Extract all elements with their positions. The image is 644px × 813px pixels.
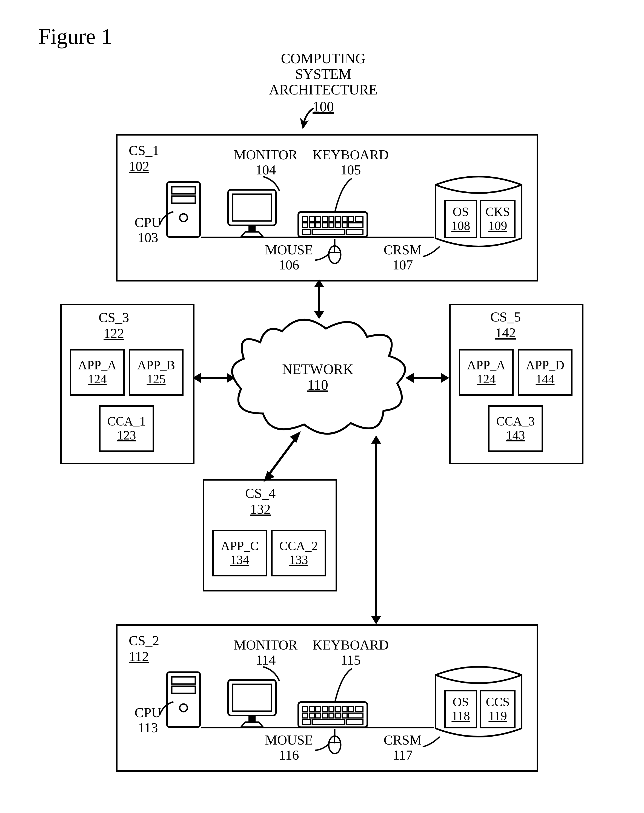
svg-rect-41 (316, 706, 321, 711)
svg-marker-67 (371, 616, 381, 624)
svg-rect-10 (316, 216, 321, 221)
cs1-cks: CKS109 (480, 200, 515, 238)
svg-rect-12 (329, 216, 334, 221)
cs5-label: CS_5142 (490, 309, 521, 341)
svg-marker-75 (290, 431, 301, 443)
svg-marker-73 (441, 373, 449, 383)
svg-rect-45 (342, 706, 347, 711)
cs3-label: CS_3122 (99, 309, 129, 341)
svg-rect-55 (349, 713, 363, 718)
cs1-mouse-label: MOUSE106 (260, 242, 318, 273)
svg-rect-47 (355, 706, 363, 711)
svg-rect-26 (313, 230, 345, 234)
link-cs4-network-icon (260, 431, 304, 482)
svg-marker-72 (405, 373, 414, 383)
title-line2: SYSTEM (252, 66, 394, 82)
svg-rect-22 (336, 223, 340, 228)
keyboard-icon (297, 211, 368, 238)
cs1-monitor-label: MONITOR104 (230, 147, 301, 178)
cs3-app-b: APP_B125 (129, 349, 184, 396)
svg-rect-43 (329, 706, 334, 711)
svg-rect-36 (233, 684, 271, 711)
leader-icon (314, 252, 331, 263)
svg-line-74 (268, 438, 296, 475)
cs2-monitor-label: MONITOR114 (230, 637, 301, 668)
svg-rect-48 (303, 713, 308, 718)
cs4-app-c: APP_C134 (212, 530, 267, 576)
svg-rect-16 (355, 216, 363, 221)
svg-rect-20 (322, 223, 327, 228)
link-cs5-network-icon (405, 370, 449, 386)
svg-marker-64 (314, 311, 324, 319)
cs2-ccs: CCS119 (480, 690, 515, 729)
svg-rect-37 (248, 716, 256, 722)
leader-icon (422, 245, 441, 259)
keyboard-icon (297, 701, 368, 729)
svg-rect-11 (322, 216, 327, 221)
cs2-os: OS118 (444, 690, 477, 729)
svg-rect-27 (347, 230, 363, 234)
svg-marker-70 (227, 373, 235, 383)
cs3-app-a: APP_A124 (70, 349, 125, 396)
svg-rect-50 (316, 713, 321, 718)
svg-rect-54 (342, 713, 347, 718)
svg-rect-6 (248, 226, 256, 232)
svg-rect-15 (349, 216, 354, 221)
cs5-app-d: APP_D144 (518, 349, 572, 396)
leader-icon (333, 668, 357, 703)
cpu-tower-icon (166, 671, 201, 729)
svg-rect-25 (303, 230, 311, 234)
svg-rect-8 (303, 216, 308, 221)
leader-icon (422, 735, 441, 749)
cs1-label: CS_1 102 (129, 142, 159, 174)
cs2-crsm-label: CRSM117 (378, 732, 427, 762)
svg-rect-18 (309, 223, 314, 228)
leader-icon (158, 701, 175, 716)
svg-rect-39 (303, 706, 308, 711)
monitor-icon (226, 678, 278, 729)
svg-rect-5 (233, 194, 271, 221)
svg-rect-57 (313, 720, 345, 724)
svg-rect-44 (336, 706, 340, 711)
svg-rect-24 (349, 223, 363, 228)
svg-rect-53 (336, 713, 340, 718)
svg-rect-9 (309, 216, 314, 221)
link-cs2-network-icon (368, 435, 384, 624)
svg-rect-58 (347, 720, 363, 724)
svg-rect-21 (329, 223, 334, 228)
svg-marker-76 (264, 471, 274, 482)
svg-rect-42 (322, 706, 327, 711)
link-cs1-network-icon (311, 279, 327, 319)
cs4-label: CS_4132 (245, 485, 276, 517)
diagram-title: COMPUTING SYSTEM ARCHITECTURE 100 (252, 51, 394, 113)
svg-rect-52 (329, 713, 334, 718)
cs4-cca2: CCA_2133 (271, 530, 326, 576)
monitor-icon (226, 188, 278, 238)
cs2-keyboard-label: KEYBOARD115 (310, 637, 392, 668)
cs1-keyboard-label: KEYBOARD105 (310, 147, 392, 178)
svg-rect-51 (322, 713, 327, 718)
leader-icon (158, 211, 175, 226)
leader-icon (333, 178, 357, 213)
cs1-os: OS108 (444, 200, 477, 238)
svg-rect-17 (303, 223, 308, 228)
svg-rect-23 (342, 223, 347, 228)
svg-rect-19 (316, 223, 321, 228)
cs2-label: CS_2112 (129, 632, 159, 664)
cs5-app-a: APP_A124 (459, 349, 514, 396)
title-line3: ARCHITECTURE (252, 82, 394, 98)
cs2-crsm-cylinder: OS118 CCS119 (433, 664, 524, 740)
svg-rect-14 (342, 216, 347, 221)
cs3-cca1: CCA_1123 (99, 405, 154, 452)
svg-rect-46 (349, 706, 354, 711)
cs2-mouse-label: MOUSE116 (260, 732, 318, 762)
figure-label: Figure 1 (38, 24, 112, 49)
svg-marker-66 (371, 435, 381, 444)
leader-icon (314, 742, 331, 753)
svg-rect-40 (309, 706, 314, 711)
cs2-bus-line (201, 727, 434, 729)
cs1-name: CS_1 (129, 142, 159, 158)
leader-icon (262, 666, 282, 682)
cs1-crsm-label: CRSM107 (378, 242, 427, 273)
cs1-bus-line (201, 237, 434, 238)
